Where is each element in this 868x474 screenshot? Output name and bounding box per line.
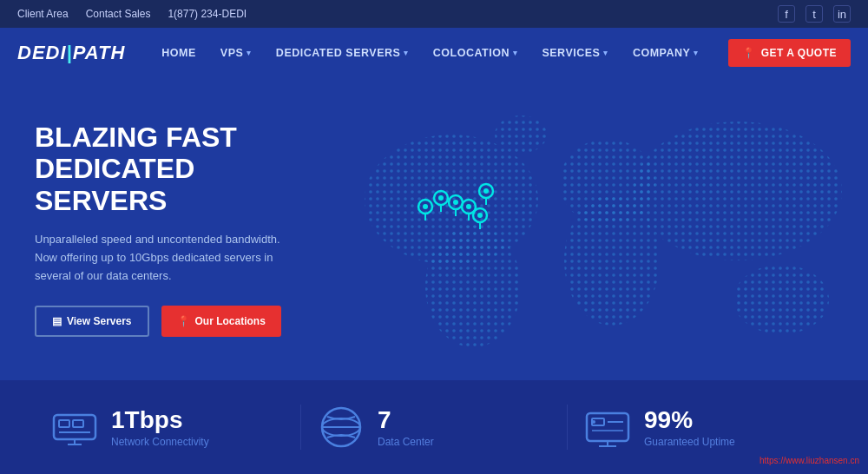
dedicated-chevron: ▾ [404, 49, 409, 57]
svg-point-2 [425, 226, 521, 347]
stat-datacenter-text: 7 Data Center [378, 406, 434, 448]
svg-point-7 [495, 115, 547, 154]
world-map [312, 78, 868, 380]
colocation-chevron: ▾ [513, 49, 518, 57]
hero-title: BLAZING FAST DEDICATED SERVERS [35, 122, 295, 217]
svg-point-21 [483, 188, 489, 194]
stat-network-text: 1Tbps Network Connectivity [111, 406, 209, 448]
svg-point-37 [592, 420, 595, 424]
svg-point-5 [634, 122, 842, 260]
client-area-link[interactable]: Client Area [17, 8, 69, 20]
hero-section: BLAZING FAST DEDICATED SERVERS Unparalle… [0, 78, 868, 380]
logo[interactable]: DEDI|PATH [17, 42, 125, 64]
svg-rect-27 [59, 420, 69, 427]
svg-rect-35 [587, 413, 628, 441]
hero-description: Unparalleled speed and uncontended bandw… [35, 231, 295, 285]
stat-network: 1Tbps Network Connectivity [35, 405, 300, 450]
nav-home[interactable]: HOME [151, 40, 207, 66]
svg-point-24 [477, 213, 483, 218]
hero-content: BLAZING FAST DEDICATED SERVERS Unparalle… [0, 95, 330, 364]
nav-vps[interactable]: VPS ▾ [210, 40, 262, 66]
stat-uptime-text: 99% Guaranteed Uptime [644, 406, 735, 448]
hero-buttons: ▤ View Servers 📍 Our Locations [35, 306, 295, 337]
nav-items: HOME VPS ▾ DEDICATED SERVERS ▾ COLOCATIO… [151, 40, 728, 66]
svg-point-18 [466, 204, 471, 209]
svg-point-6 [733, 265, 829, 334]
watermark: https://www.liuzhansen.cn [760, 456, 859, 465]
view-servers-button[interactable]: ▤ View Servers [35, 306, 149, 337]
contact-sales-link[interactable]: Contact Sales [86, 8, 151, 20]
svg-point-9 [423, 204, 428, 209]
stat-datacenter: 7 Data Center [300, 405, 567, 450]
nav-colocation[interactable]: COLOCATION ▾ [423, 40, 529, 66]
our-locations-button[interactable]: 📍 Our Locations [161, 306, 281, 337]
svg-rect-28 [73, 420, 83, 427]
svg-point-12 [438, 195, 444, 201]
pin-icon: 📍 [177, 315, 190, 327]
nav-dedicated[interactable]: DEDICATED SERVERS ▾ [266, 40, 419, 66]
svg-point-15 [453, 200, 458, 205]
get-quote-button[interactable]: 📍 GET A QUOTE [728, 39, 851, 67]
navbar: DEDI|PATH HOME VPS ▾ DEDICATED SERVERS ▾… [0, 28, 868, 78]
topbar-social: f t in [778, 5, 851, 23]
servers-icon: ▤ [52, 315, 62, 327]
nav-services[interactable]: SERVICES ▾ [531, 40, 619, 66]
twitter-icon[interactable]: t [806, 5, 823, 23]
uptime-icon [585, 405, 630, 450]
location-pin-icon: 📍 [742, 47, 756, 59]
phone-link[interactable]: 1(877) 234-DEDI [168, 8, 247, 20]
company-chevron: ▾ [694, 49, 699, 57]
stat-uptime: 99% Guaranteed Uptime [567, 405, 833, 450]
linkedin-icon[interactable]: in [833, 5, 851, 23]
nav-company[interactable]: COMPANY ▾ [622, 40, 709, 66]
topbar: Client Area Contact Sales 1(877) 234-DED… [0, 0, 868, 28]
topbar-links: Client Area Contact Sales 1(877) 234-DED… [17, 8, 247, 20]
vps-chevron: ▾ [247, 49, 252, 57]
datacenter-icon [319, 405, 364, 450]
facebook-icon[interactable]: f [778, 5, 795, 23]
stats-bar: 1Tbps Network Connectivity 7 Data Center [0, 380, 868, 474]
services-chevron: ▾ [603, 49, 608, 57]
network-icon [52, 405, 97, 450]
